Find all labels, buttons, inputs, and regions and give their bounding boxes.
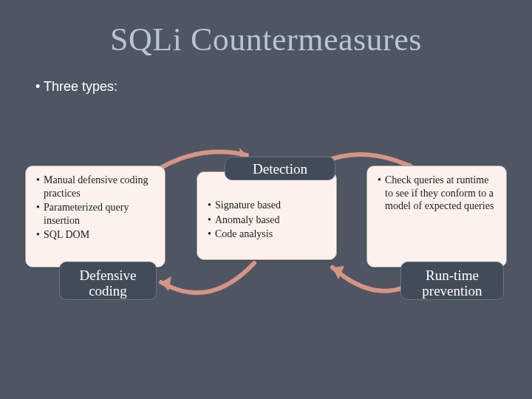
svg-marker-2	[161, 276, 171, 291]
list-item: Manual defensive coding practices	[36, 174, 157, 200]
list-item: Code analysis	[208, 228, 329, 241]
list-item: SQL DOM	[36, 228, 157, 242]
card-body: Check queries at runtime to see if they …	[367, 166, 506, 222]
arrow-icon	[143, 260, 269, 319]
card-label-defensive: Defensive coding	[59, 262, 157, 300]
list-item: Signature based	[208, 199, 329, 212]
card-body: Manual defensive coding practices Parame…	[26, 166, 165, 250]
card-label-detection: Detection	[225, 157, 335, 180]
card-defensive-coding: Manual defensive coding practices Parame…	[25, 166, 166, 267]
list-item: Check queries at runtime to see if they …	[378, 174, 499, 213]
card-runtime-prevention: Check queries at runtime to see if they …	[366, 166, 507, 267]
card-body: Signature based Anomaly based Code analy…	[197, 172, 336, 250]
list-item: Anomaly based	[208, 214, 329, 227]
slide-subtitle: • Three types:	[35, 79, 532, 95]
diagram: Manual defensive coding practices Parame…	[25, 142, 507, 349]
card-label-runtime: Run-time prevention	[400, 262, 504, 300]
slide-title: SQLi Countermeasures	[0, 0, 532, 58]
svg-marker-3	[332, 266, 344, 279]
list-item: Parameterized query insertion	[36, 201, 157, 227]
card-detection: Signature based Anomaly based Code analy…	[197, 171, 337, 260]
